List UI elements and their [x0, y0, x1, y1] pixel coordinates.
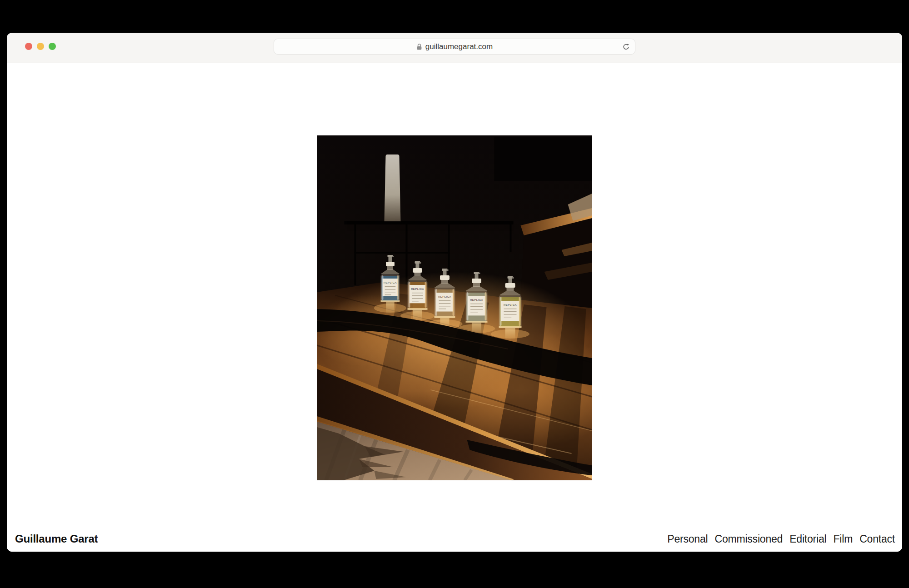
zoom-window-button[interactable] [49, 43, 56, 50]
traffic-lights [25, 43, 56, 50]
dark-window-shape [494, 137, 592, 181]
nav-link-film[interactable]: Film [833, 533, 853, 545]
minimize-window-button[interactable] [37, 43, 44, 50]
reload-button[interactable] [621, 42, 631, 51]
page-footer: Guillaume Garat Personal Commissioned Ed… [15, 533, 895, 545]
close-window-button[interactable] [25, 43, 32, 50]
site-title-link[interactable]: Guillaume Garat [15, 533, 98, 545]
nav-link-personal[interactable]: Personal [667, 533, 708, 545]
bottle-label-text: REPLICA [438, 295, 451, 298]
nav-link-commissioned[interactable]: Commissioned [714, 533, 783, 545]
bottle-label-text: REPLICA [384, 281, 397, 284]
desktop: { "browser": { "url": "guillaumegarat.co… [0, 0, 909, 588]
bottle-label-text: REPLICA [411, 288, 424, 290]
pillar-candle [385, 154, 401, 222]
portfolio-photo: REPLICAREPLICAREPLICAREPLICAREPLICA [317, 135, 592, 480]
browser-window: guillaumegarat.com [7, 33, 902, 552]
bottle-label-text: REPLICA [504, 304, 517, 306]
lock-icon [416, 43, 422, 50]
url-text: guillaumegarat.com [425, 42, 493, 51]
nav-link-editorial[interactable]: Editorial [789, 533, 826, 545]
bottle-label-text: REPLICA [470, 299, 483, 301]
address-bar[interactable]: guillaumegarat.com [274, 39, 635, 55]
page-content: REPLICAREPLICAREPLICAREPLICAREPLICA [7, 63, 902, 552]
browser-titlebar: guillaumegarat.com [7, 33, 902, 63]
nav-link-contact[interactable]: Contact [859, 533, 895, 545]
main-nav: Personal Commissioned Editorial Film Con… [667, 533, 895, 545]
